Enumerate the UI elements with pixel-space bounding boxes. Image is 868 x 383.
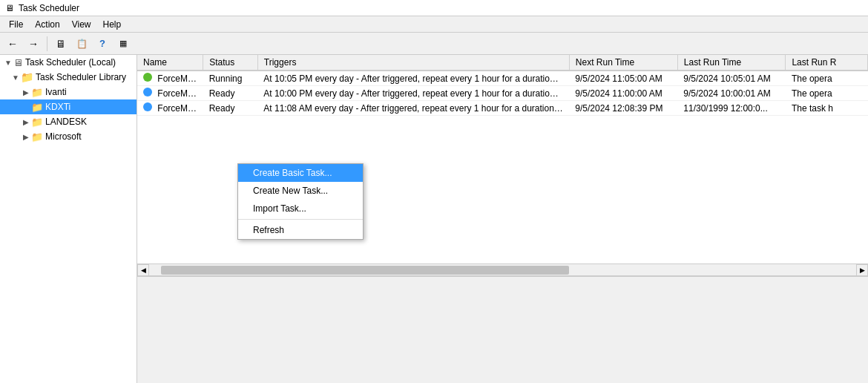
cell-lastrun-2: 11/30/1999 12:00:0... bbox=[677, 101, 786, 116]
task-table: Name Status Triggers Next Run Time Last … bbox=[137, 55, 868, 116]
menu-view[interactable]: View bbox=[66, 18, 97, 31]
cell-triggers-0: At 10:05 PM every day - After triggered,… bbox=[257, 71, 569, 86]
context-menu-refresh[interactable]: Refresh bbox=[238, 221, 363, 239]
status-icon-1 bbox=[143, 88, 152, 96]
col-last-run-result[interactable]: Last Run R bbox=[786, 55, 868, 71]
context-menu-separator bbox=[238, 219, 363, 220]
cell-lastrun-0: 9/5/2024 10:05:01 AM bbox=[677, 71, 786, 86]
tree-label-landesk: LANDESK bbox=[45, 117, 87, 127]
back-button[interactable]: ← bbox=[3, 35, 22, 53]
cell-name-2: ForceMainte... bbox=[137, 101, 203, 116]
cell-name-1: ForceMainte... bbox=[137, 86, 203, 101]
cell-name-text-2: ForceMainte... bbox=[157, 103, 203, 114]
cell-lastresult-1: The opera bbox=[786, 86, 868, 101]
library-icon: 📁 bbox=[21, 71, 33, 83]
toolbar-separator-1 bbox=[47, 36, 47, 51]
tree-label-ivanti: Ivanti bbox=[45, 87, 67, 97]
tree-item-microsoft[interactable]: ▶ 📁 Microsoft bbox=[0, 129, 137, 144]
forward-button[interactable]: → bbox=[24, 35, 43, 53]
col-next-run[interactable]: Next Run Time bbox=[569, 55, 677, 71]
tree-label-kdxti: KDXTi bbox=[45, 102, 70, 112]
menu-file[interactable]: File bbox=[3, 18, 29, 31]
cell-lastresult-2: The task h bbox=[786, 101, 868, 116]
app-icon: 🖥 bbox=[4, 3, 15, 13]
cell-status-2: Ready bbox=[203, 101, 258, 116]
expand-icon-library: ▼ bbox=[10, 73, 21, 82]
tree-item-local[interactable]: ▼ 🖥 Task Scheduler (Local) bbox=[0, 55, 137, 70]
cell-nextrun-2: 9/5/2024 12:08:39 PM bbox=[569, 101, 677, 116]
context-menu-create-new[interactable]: Create New Task... bbox=[238, 182, 363, 200]
cell-status-0: Running bbox=[203, 71, 258, 86]
cell-triggers-1: At 10:00 PM every day - After triggered,… bbox=[257, 86, 569, 101]
horizontal-scrollbar[interactable]: ◀ ▶ bbox=[137, 263, 868, 275]
detail-panel bbox=[137, 275, 868, 383]
col-triggers[interactable]: Triggers bbox=[257, 55, 569, 71]
status-icon-2 bbox=[143, 102, 152, 111]
context-menu-import[interactable]: Import Task... bbox=[238, 200, 363, 217]
folder-icon-ivanti: 📁 bbox=[31, 87, 43, 98]
tree-panel: ▼ 🖥 Task Scheduler (Local) ▼ 📁 Task Sche… bbox=[0, 55, 137, 383]
expand-icon-landesk: ▶ bbox=[21, 118, 31, 126]
help-button[interactable]: ? bbox=[93, 35, 112, 53]
col-name[interactable]: Name bbox=[137, 55, 203, 71]
computer-icon: 🖥 bbox=[13, 57, 23, 68]
folder-icon-microsoft: 📁 bbox=[31, 131, 43, 143]
menu-action[interactable]: Action bbox=[29, 18, 65, 31]
cell-name-0: ForceMainte... bbox=[137, 71, 203, 86]
cell-nextrun-1: 9/5/2024 11:00:00 AM bbox=[569, 86, 677, 101]
cell-triggers-2: At 11:08 AM every day - After triggered,… bbox=[257, 101, 569, 116]
tree-item-kdxti[interactable]: 📁 KDXTi bbox=[0, 99, 137, 114]
tree-item-ivanti[interactable]: ▶ 📁 Ivanti bbox=[0, 85, 137, 99]
table-row[interactable]: ForceMainte... Ready At 11:08 AM every d… bbox=[137, 101, 868, 116]
tree-item-landesk[interactable]: ▶ 📁 LANDESK bbox=[0, 114, 137, 129]
expand-icon-local: ▼ bbox=[3, 59, 13, 67]
tree-toggle-button[interactable]: ▦ bbox=[114, 35, 133, 53]
tree-item-library[interactable]: ▼ 📁 Task Scheduler Library bbox=[0, 70, 137, 85]
menu-help[interactable]: Help bbox=[97, 18, 128, 31]
tree-label-library: Task Scheduler Library bbox=[36, 72, 126, 82]
title-bar-text: Task Scheduler bbox=[19, 3, 79, 13]
title-bar: 🖥 Task Scheduler bbox=[0, 0, 868, 16]
toolbar: ← → 🖥 📋 ? ▦ bbox=[0, 33, 868, 55]
cell-name-text-0: ForceMainte... bbox=[157, 73, 203, 84]
table-row[interactable]: ForceMainte... Ready At 10:00 PM every d… bbox=[137, 86, 868, 101]
scroll-track[interactable] bbox=[161, 266, 844, 275]
scroll-left-button[interactable]: ◀ bbox=[137, 264, 149, 276]
expand-icon-microsoft: ▶ bbox=[21, 133, 31, 141]
cell-nextrun-0: 9/5/2024 11:05:00 AM bbox=[569, 71, 677, 86]
status-icon-0 bbox=[143, 73, 152, 82]
console-button[interactable]: 🖥 bbox=[51, 35, 70, 53]
col-last-run[interactable]: Last Run Time bbox=[677, 55, 786, 71]
cell-status-1: Ready bbox=[203, 86, 258, 101]
status-circle-ready-1 bbox=[143, 88, 152, 96]
expand-icon-ivanti: ▶ bbox=[21, 88, 31, 96]
folder-icon-landesk: 📁 bbox=[31, 117, 43, 128]
col-status[interactable]: Status bbox=[203, 55, 258, 71]
menu-bar: File Action View Help bbox=[0, 16, 868, 33]
scroll-right-button[interactable]: ▶ bbox=[856, 264, 868, 276]
context-menu-create-basic[interactable]: Create Basic Task... bbox=[238, 164, 363, 182]
table-header-row: Name Status Triggers Next Run Time Last … bbox=[137, 55, 868, 71]
cell-lastresult-0: The opera bbox=[786, 71, 868, 86]
properties-button[interactable]: 📋 bbox=[72, 35, 91, 53]
table-row[interactable]: ForceMainte... Running At 10:05 PM every… bbox=[137, 71, 868, 86]
folder-icon-kdxti: 📁 bbox=[31, 102, 43, 113]
scroll-thumb[interactable] bbox=[161, 266, 569, 275]
context-menu: Create Basic Task... Create New Task... … bbox=[237, 163, 364, 240]
status-circle-running bbox=[143, 73, 152, 82]
status-circle-ready-2 bbox=[143, 102, 152, 111]
tree-label-local: Task Scheduler (Local) bbox=[25, 57, 116, 68]
cell-lastrun-1: 9/5/2024 10:00:01 AM bbox=[677, 86, 786, 101]
main-layout: ▼ 🖥 Task Scheduler (Local) ▼ 📁 Task Sche… bbox=[0, 55, 868, 383]
tree-label-microsoft: Microsoft bbox=[45, 131, 82, 142]
cell-name-text-1: ForceMainte... bbox=[157, 88, 203, 99]
